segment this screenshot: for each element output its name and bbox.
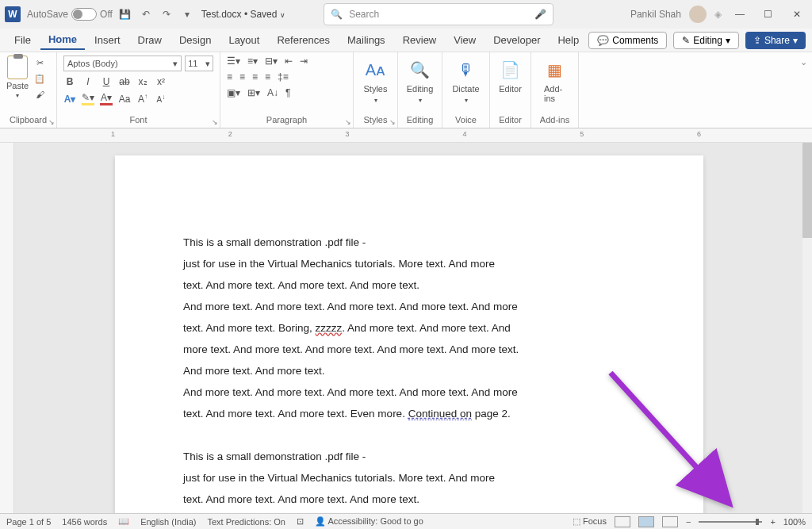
search-input[interactable]: 🔍 Search 🎤: [324, 3, 553, 25]
styles-launcher[interactable]: ↘: [389, 118, 396, 126]
change-case-button[interactable]: Aa: [118, 94, 131, 105]
comments-button[interactable]: 💬 Comments: [588, 32, 667, 49]
zoom-slider[interactable]: [699, 521, 762, 523]
editing-find-button[interactable]: 🔍 Editing▾: [404, 56, 435, 107]
close-button[interactable]: ✕: [787, 9, 807, 20]
clipboard-launcher[interactable]: ↘: [48, 118, 55, 126]
tab-references[interactable]: References: [269, 31, 337, 49]
tab-insert[interactable]: Insert: [86, 31, 128, 49]
autosave[interactable]: AutoSave Off: [27, 8, 113, 21]
text-line[interactable]: This is a small demonstration .pdf file …: [183, 446, 635, 467]
bullets-button[interactable]: ☰▾: [227, 56, 240, 67]
tab-design[interactable]: Design: [171, 31, 219, 49]
numbering-button[interactable]: ≡▾: [247, 56, 258, 67]
subscript-button[interactable]: x₂: [136, 76, 149, 87]
text-predictions[interactable]: Text Predictions: On: [207, 517, 285, 527]
accessibility-status[interactable]: 👤 Accessibility: Good to go: [315, 516, 423, 527]
text-line[interactable]: [183, 424, 635, 446]
text-line[interactable]: text. And more text. And more text. And …: [183, 489, 635, 510]
tab-help[interactable]: Help: [550, 31, 587, 49]
paste-button[interactable]: Paste ▾: [6, 56, 29, 99]
share-button[interactable]: ⇪ Share ▾: [745, 32, 806, 49]
tab-file[interactable]: File: [6, 31, 39, 49]
shading-button[interactable]: ▣▾: [227, 87, 240, 98]
minimize-button[interactable]: —: [730, 9, 750, 20]
scrollbar-vertical[interactable]: [802, 143, 812, 513]
align-center-button[interactable]: ≡: [239, 71, 245, 82]
font-size-select[interactable]: 11▾: [185, 56, 213, 71]
mic-icon[interactable]: 🎤: [534, 9, 546, 20]
font-color-button[interactable]: A▾: [100, 92, 113, 105]
ruler-horizontal[interactable]: 1 2 3 4 5 6: [0, 128, 812, 143]
multilevel-button[interactable]: ⊟▾: [265, 56, 278, 67]
maximize-button[interactable]: ☐: [758, 9, 779, 20]
text-line[interactable]: This is a small demonstration .pdf file …: [183, 232, 635, 253]
web-layout-button[interactable]: [662, 516, 678, 527]
font-name-select[interactable]: Aptos (Body)▾: [63, 56, 182, 71]
tab-mailings[interactable]: Mailings: [339, 31, 393, 49]
tab-view[interactable]: View: [446, 31, 484, 49]
undo-icon[interactable]: ↶: [140, 8, 152, 21]
increase-indent-button[interactable]: ⇥: [300, 56, 308, 67]
editing-mode-button[interactable]: ✎ Editing ▾: [673, 32, 739, 49]
ruler-vertical[interactable]: [0, 143, 14, 513]
text-line[interactable]: And more text. And more text. And more t…: [183, 381, 635, 403]
read-mode-button[interactable]: [615, 516, 630, 527]
text-line[interactable]: just for use in the Virtual Mechanics tu…: [183, 467, 635, 489]
sort-button[interactable]: A↓: [267, 87, 278, 98]
italic-button[interactable]: I: [82, 76, 94, 87]
underline-button[interactable]: U: [100, 76, 113, 87]
collapse-ribbon-icon[interactable]: ⌄: [800, 57, 807, 67]
tab-draw[interactable]: Draw: [130, 31, 170, 49]
paragraph-launcher[interactable]: ↘: [345, 118, 351, 126]
superscript-button[interactable]: x²: [155, 76, 167, 87]
text-line[interactable]: text. And more text. And more text. And …: [183, 274, 635, 296]
display-settings-icon[interactable]: ⊡: [297, 516, 304, 527]
borders-button[interactable]: ⊞▾: [247, 87, 260, 98]
text-line[interactable]: text. And more text. Boring, zzzzz. And …: [183, 317, 635, 339]
grow-font-button[interactable]: A↑: [136, 93, 149, 105]
redo-icon[interactable]: ↷: [160, 8, 173, 21]
addins-button[interactable]: ▦ Add-ins: [538, 56, 572, 106]
justify-button[interactable]: ≡: [265, 71, 270, 82]
tab-home[interactable]: Home: [40, 30, 85, 50]
page-indicator[interactable]: Page 1 of 5: [6, 517, 51, 527]
text-effects-button[interactable]: A▾: [63, 94, 76, 105]
print-layout-button[interactable]: [638, 516, 654, 527]
document-area[interactable]: This is a small demonstration .pdf file …: [14, 143, 804, 513]
focus-mode[interactable]: ⬚ Focus: [573, 516, 607, 527]
bold-button[interactable]: B: [63, 76, 76, 87]
format-painter-icon[interactable]: 🖌: [33, 89, 46, 100]
word-count[interactable]: 1456 words: [62, 517, 107, 527]
editor-button[interactable]: 📄 Editor: [496, 56, 524, 97]
shrink-font-button[interactable]: A↓: [155, 93, 167, 104]
diamond-icon[interactable]: ◈: [714, 9, 722, 20]
autosave-toggle[interactable]: [71, 8, 97, 21]
zoom-in-button[interactable]: +: [770, 517, 775, 527]
show-marks-button[interactable]: ¶: [285, 87, 290, 98]
document-title[interactable]: Test.docx • Saved ∨: [201, 9, 285, 20]
page[interactable]: This is a small demonstration .pdf file …: [115, 155, 703, 513]
tab-review[interactable]: Review: [395, 31, 445, 49]
align-right-button[interactable]: ≡: [252, 71, 258, 82]
font-launcher[interactable]: ↘: [212, 118, 218, 126]
cut-icon[interactable]: ✂: [33, 57, 46, 68]
tab-developer[interactable]: Developer: [485, 31, 548, 49]
avatar[interactable]: [689, 6, 707, 23]
text-line[interactable]: And more text. And more text.: [183, 360, 635, 381]
text-line[interactable]: And more text. And more text. And more t…: [183, 296, 635, 317]
scrollbar-thumb[interactable]: [802, 143, 812, 238]
language-indicator[interactable]: English (India): [140, 517, 196, 527]
spell-check-icon[interactable]: 📖: [118, 516, 129, 527]
styles-button[interactable]: Aᴀ Styles▾: [360, 56, 391, 107]
decrease-indent-button[interactable]: ⇤: [285, 56, 293, 67]
align-left-button[interactable]: ≡: [227, 71, 232, 82]
tab-layout[interactable]: Layout: [220, 31, 267, 49]
text-line[interactable]: more text. And more text. And more text.…: [183, 339, 635, 360]
user-name[interactable]: Pankil Shah: [630, 9, 681, 20]
highlight-button[interactable]: ✎▾: [82, 92, 94, 105]
save-icon[interactable]: 💾: [119, 8, 132, 21]
dictate-button[interactable]: 🎙 Dictate▾: [449, 56, 483, 107]
strike-button[interactable]: ab: [118, 76, 131, 87]
zoom-out-button[interactable]: −: [686, 517, 691, 527]
